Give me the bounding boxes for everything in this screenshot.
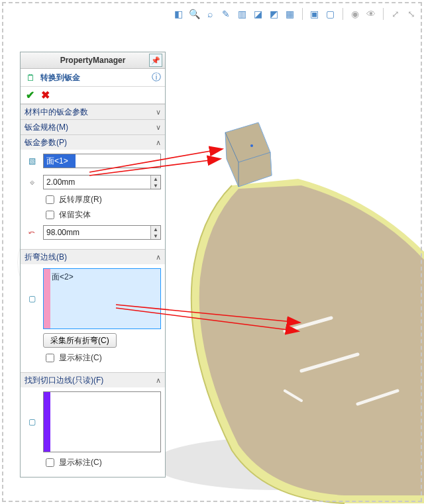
bend-edges-listbox[interactable]: 面<2> — [43, 268, 161, 329]
edit-scene-icon[interactable]: ▦ — [284, 7, 296, 21]
section-header[interactable]: 钣金参数(P) ∧ — [21, 135, 165, 150]
section-title: 材料中的钣金参数 — [25, 107, 88, 118]
bend-edge-item: 面<2> — [52, 272, 74, 283]
chevron-down-icon: ∨ — [156, 108, 161, 117]
command-icon: 🗒 — [25, 72, 36, 83]
section-header[interactable]: 材料中的钣金参数 ∨ — [21, 105, 165, 119]
pin-icon[interactable]: 📌 — [149, 54, 162, 67]
zoom-area-icon[interactable]: ⌕ — [204, 7, 216, 21]
chevron-up-icon: ∧ — [156, 138, 161, 147]
rip-edge-icon: ▢ — [25, 415, 39, 429]
cancel-button[interactable]: ✖ — [41, 89, 50, 101]
section-title: 钣金参数(P) — [25, 137, 67, 148]
spinner[interactable]: ▲▼ — [150, 176, 160, 189]
command-header: 🗒 转换到钣金 ⓘ — [21, 69, 165, 87]
spinner[interactable]: ▲▼ — [150, 226, 160, 239]
bend-radius-value: 98.00mm — [46, 228, 80, 237]
toolbar-separator — [343, 8, 343, 20]
view-settings-icon[interactable]: ▢ — [325, 7, 337, 21]
thickness-icon: ⟐ — [25, 175, 39, 189]
command-title: 转换到钣金 — [40, 72, 80, 83]
view-orientation-icon[interactable]: ◧ — [172, 7, 184, 21]
bend-edge-icon: ▢ — [25, 291, 39, 306]
chevron-down-icon: ∨ — [156, 123, 161, 132]
section-material-params: 材料中的钣金参数 ∨ — [21, 104, 165, 119]
selected-face-label: 面<1> — [44, 154, 76, 168]
expand-b-icon[interactable]: ⤡ — [405, 7, 417, 21]
heads-up-view-toolbar: ◧ 🔍 ⌕ ✎ ▥ ◪ ◩ ▦ ▣ ▢ ◉ 👁 ⤢ ⤡ — [172, 5, 417, 23]
show-callouts-checkbox[interactable]: 显示标注(C) — [43, 352, 161, 364]
keep-body-checkbox[interactable]: 保留实体 — [43, 209, 161, 221]
display-style-icon[interactable]: ◪ — [252, 7, 264, 21]
hide-show-icon[interactable]: ◩ — [268, 7, 280, 21]
section-title: 折弯边线(B) — [25, 252, 67, 263]
section-header[interactable]: 钣金规格(M) ∨ — [21, 120, 165, 134]
section-view-icon[interactable]: ✎ — [220, 7, 232, 21]
zoom-to-fit-icon[interactable]: 🔍 — [188, 7, 200, 21]
confirm-row: ✔ ✖ — [21, 87, 165, 104]
section-bend-edges: 折弯边线(B) ∧ ▢ 面<2> 采集所有折弯(C) 显示标注(C) — [21, 249, 165, 372]
appearances-icon[interactable]: ▥ — [236, 7, 248, 21]
ok-button[interactable]: ✔ — [26, 89, 34, 101]
fixed-face-input[interactable]: 面<1> — [43, 154, 161, 168]
panel-title: PropertyManager — [60, 56, 126, 65]
bend-radius-input[interactable]: 98.00mm ▲▼ — [43, 225, 161, 240]
section-title: 钣金规格(M) — [25, 122, 68, 133]
expand-a-icon[interactable]: ⤢ — [390, 7, 401, 21]
property-manager-panel: PropertyManager 📌 🗒 转换到钣金 ⓘ ✔ ✖ 材料中的钣金参数… — [20, 52, 166, 478]
section-title: 找到切口边线(只读)(F) — [25, 375, 103, 386]
reverse-thickness-checkbox[interactable]: 反转厚度(R) — [43, 193, 161, 206]
section-gauge: 钣金规格(M) ∨ — [21, 119, 165, 134]
section-sheetmetal-params: 钣金参数(P) ∧ ▧ 面<1> ⟐ 2.00mm ▲▼ 反转厚度( — [21, 134, 165, 249]
face-select-icon: ▧ — [25, 154, 39, 168]
collect-all-bends-button[interactable]: 采集所有折弯(C) — [43, 333, 117, 348]
svg-point-0 — [152, 437, 404, 490]
camera-icon[interactable]: ◉ — [349, 7, 361, 21]
bend-radius-icon: ⤺ — [25, 225, 39, 240]
apply-material-icon[interactable]: ▣ — [309, 7, 321, 21]
chevron-up-icon: ∧ — [156, 253, 161, 262]
rip-edges-listbox[interactable] — [43, 391, 161, 452]
chevron-up-icon: ∧ — [156, 376, 161, 385]
section-header[interactable]: 折弯边线(B) ∧ — [21, 250, 165, 264]
thickness-value: 2.00mm — [46, 177, 75, 187]
svg-point-1 — [250, 144, 253, 147]
thickness-input[interactable]: 2.00mm ▲▼ — [43, 175, 161, 189]
section-rip-edges: 找到切口边线(只读)(F) ∧ ▢ 显示标注(C) — [21, 372, 165, 477]
toolbar-separator — [383, 8, 384, 20]
show-callouts-checkbox-2[interactable]: 显示标注(C) — [43, 456, 161, 469]
eye-icon[interactable]: 👁 — [365, 7, 377, 21]
toolbar-separator — [302, 8, 303, 20]
app-stage: { "toolbar_icons": ["view-orientation","… — [0, 0, 424, 504]
help-icon[interactable]: ⓘ — [152, 72, 161, 83]
panel-title-bar: PropertyManager 📌 — [21, 52, 165, 69]
section-header[interactable]: 找到切口边线(只读)(F) ∧ — [21, 373, 165, 387]
